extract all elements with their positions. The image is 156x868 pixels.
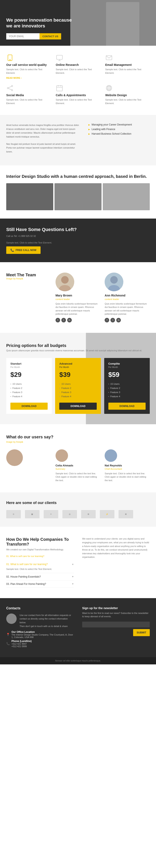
service-title-6: Website Design [105,93,150,97]
calendar-icon [56,84,63,92]
svg-rect-2 [57,55,62,59]
newsletter-email-input[interactable] [82,622,150,627]
contact-phone: +512 421 9947 [11,643,32,645]
contact-avatar [6,614,17,624]
contacts-right: Sign up for the newsletter Want to be th… [82,607,150,649]
testimonial-name-2: Nat Reynolds [105,464,150,467]
faq-label: 01. What is self care for our learning? [6,555,74,557]
plan-feature-2-2: Feature 2 [59,386,97,390]
team-role-2: content leader [105,298,150,301]
studio-image-1 [6,183,53,210]
faq-section: How Do We Help Companies To Transform? W… [0,527,156,598]
service-title-3: Email Management [105,63,150,66]
info-list-item-2: Leading with Finance [88,128,150,131]
chevron-down-icon-2: ▼ [72,576,74,578]
hero-form: CONTACT US [6,33,73,39]
free-call-button[interactable]: 📞 FREE CALL NOW [6,246,41,254]
facebook-icon[interactable]: f [55,318,60,322]
faq-item-3[interactable]: 03. Plan Ahead For Home Painting? ▼ [6,581,74,588]
cta-section: Still Have Some Questions Left? Call us … [0,219,156,262]
info-list: Managing your Career Development Leading… [88,123,150,135]
twitter-icon[interactable]: t [61,318,66,322]
svg-point-8 [11,90,13,91]
testimonial-name-1: Celia Ahmads [55,464,101,467]
service-link-1[interactable]: READ MORE › [6,77,22,79]
client-logo-4: ◎ [62,510,77,518]
faq-question-3[interactable]: 03. Plan Ahead For Home Painting? ▼ [6,583,74,585]
email-input[interactable] [6,33,40,39]
phone-landline-icon: 📞 [6,642,10,645]
team-avatar-1 [55,273,74,291]
email-icon [105,54,113,62]
team-image-label: Image by freepik [6,277,51,280]
address-label: Our Office Location [11,630,74,633]
faq-item-1[interactable]: 01. What is self care for our learning? … [6,561,74,573]
chevron-down-icon: ▼ [72,563,74,565]
info-list-item-3: Harvard Business School Collection [88,132,150,135]
contact-phone-row: 📞 Phone (Landline) +512 421 9947 +512 42… [6,640,74,648]
contacts-section: Contacts Use our contact form for all in… [0,598,156,657]
plan-feature-2-1: 15 Users [59,382,97,386]
plan-price-1: $29 [10,371,48,378]
faq-question-1[interactable]: 01. What is self care for our learning? … [6,563,74,566]
testimonial-avatar-2 [105,450,117,462]
plan-period-2: Per Month [59,366,97,368]
hero-title: We power innovation because we are innov… [6,17,73,29]
svg-point-23 [108,285,120,291]
pricing-title: Pricing options for all budgets [6,343,150,348]
clients-title: Here are some of our clients [6,501,150,505]
clients-section: Here are some of our clients ⊙ ▣ ✦ ◎ ⊞ ⚡… [0,492,156,527]
contacts-left: Contacts Use our contact form for all in… [6,607,74,649]
testimonial-card-2: Nat Reynolds Chief Accountant Sample tex… [105,450,150,482]
service-title-4: Social Media [6,93,51,97]
linkedin-icon-2[interactable]: in [116,318,121,322]
service-item-1: Our call service world quality Sample te… [6,54,51,80]
service-text-5: Sample text. Click to select the Text El… [56,98,100,105]
info-paragraph-2: Nec feugiat nisl pretium fusce id justo … [6,142,80,154]
client-logo-3: ✦ [44,510,58,518]
facebook-icon-2[interactable]: f [105,318,109,322]
team-avatar-2 [105,273,123,291]
testimonial-placeholder [6,450,51,468]
plan-button-2[interactable]: DOWNLOAD [59,403,97,410]
client-logo-6: ⚡ [100,510,114,518]
studio-image-3 [103,183,150,210]
testimonial-text-1: Sample text. Click to select the text li… [55,472,101,482]
plan-feature-3-2: Feature 2 [108,386,146,390]
hero-section: We power innovation because we are innov… [0,0,156,46]
pricing-card-complite: Complite Per Month $59 15 Users Feature … [104,358,150,414]
plan-price-2: $39 [59,371,97,378]
plan-feature-1-3: Feature 3 [10,390,48,394]
plan-button-1[interactable]: DOWNLOAD [10,403,48,410]
plan-period-3: Per Month [108,366,146,368]
info-section: Amet luctus venenatis lectus magna fring… [0,115,156,165]
team-social-1: f t in [55,318,101,322]
team-social-2: f t in [105,318,150,322]
web-icon [105,84,113,92]
hero-person-image [106,2,139,46]
service-text-1: Sample text. Click to select the Text El… [6,68,51,74]
team-name-1: Mary Brown [55,294,101,297]
service-title-2: Online Research [56,63,100,66]
info-right: Managing your Career Development Leading… [88,123,150,157]
plan-name-2: Advanced [59,362,97,365]
svg-line-10 [8,89,11,90]
team-role-1: content leader [55,298,101,301]
cta-title: Still Have Some Questions Left? [6,227,150,232]
plan-features-3: 15 Users Feature 2 Feature 3 Feature 4 [108,382,146,399]
service-item-3: Email Management Sample text. Click to s… [105,54,150,80]
client-logo-7: ⊠ [119,510,133,518]
newsletter-submit-button[interactable]: SUBMIT [133,629,150,636]
testimonial-text-2: Sample text. Click to select the text li… [105,472,150,482]
plan-feature-2-4: Feature 4 [59,394,97,399]
testimonial-role-1: Summary [55,468,101,470]
contact-us-button[interactable]: CONTACT US [40,33,61,39]
faq-question-2[interactable]: 02. House Painting Essentials? ▼ [6,575,74,578]
svg-point-21 [59,285,71,291]
twitter-icon-2[interactable]: t [110,318,115,322]
plan-button-3[interactable]: DOWNLOAD [108,403,146,410]
linkedin-icon[interactable]: in [67,318,72,322]
pricing-content: Pricing options for all budgets Quis ips… [6,343,150,414]
faq-item-2[interactable]: 02. House Painting Essentials? ▼ [6,573,74,581]
services-grid: Our call service world quality Sample te… [6,54,150,106]
